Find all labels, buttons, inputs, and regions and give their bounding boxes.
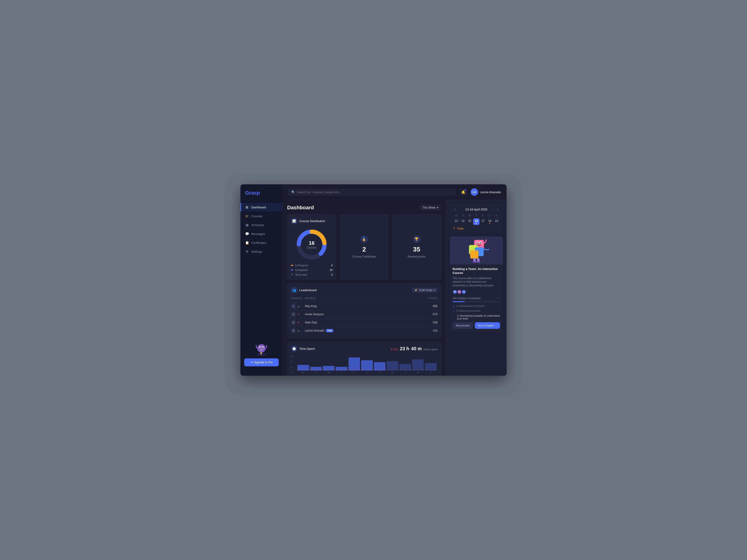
chapter-1-check-icon: ✓ (453, 305, 455, 308)
avg-line (291, 369, 437, 370)
svg-point-5 (262, 347, 263, 348)
date-num-15: 15 (468, 219, 471, 222)
time-title-row: 🕐 Time Spent (291, 345, 315, 352)
cert-icon-wrap: 🏅 (360, 235, 368, 243)
bar-label: T (315, 371, 317, 374)
sun-icon: ☀ (453, 227, 456, 230)
upgrade-button[interactable]: ✦ Upgrade to Pro (244, 358, 279, 366)
svg-point-4 (260, 347, 260, 348)
cal-day-s: S (486, 214, 493, 217)
leaderboard-group-selector[interactable]: ⚡ Code Kings ▾ (412, 288, 437, 293)
time-title: Time Spent (299, 347, 315, 350)
avatar-more: +6 (462, 290, 466, 294)
chapter-2-text: 2. Building your team (456, 310, 481, 312)
bar (412, 359, 424, 371)
mascot-svg (254, 340, 268, 356)
svg-point-15 (476, 242, 478, 244)
y-label-0: 0 (291, 371, 293, 374)
chapters-check-icon: ✓ (498, 297, 500, 300)
sidebar-bottom: ✦ Upgrade to Pro (240, 334, 282, 370)
donut-label: Courses (307, 246, 316, 249)
mascot-area (244, 338, 279, 356)
course-avatars: NY PC +6 (453, 290, 500, 294)
search-icon: 🔍 (291, 190, 295, 194)
sidebar-nav: ⊞ Dashboard 🎓 Courses ▦ Schedule 💬 Messa… (240, 203, 282, 334)
search-input[interactable] (297, 190, 453, 194)
sidebar-item-certificates[interactable]: 📋 Certificates (240, 238, 282, 247)
course-name: Building a Team: An interactive Course (453, 267, 500, 275)
goto-chapter-button[interactable]: Go to Chapter → (475, 322, 500, 329)
bar-group: M (387, 361, 398, 374)
member-col-header: MEMBER (305, 297, 419, 300)
completed-label: Completed (295, 269, 307, 271)
notification-button[interactable]: 🔔 (459, 188, 467, 196)
event-dot-18 (489, 223, 490, 224)
cal-date-13[interactable]: 13 (453, 218, 459, 225)
user-name: Leona Alvarado (480, 190, 501, 194)
reschedule-button[interactable]: Reschedule (453, 322, 473, 329)
bar-label: M (392, 371, 393, 374)
completed-dot (291, 269, 293, 270)
rank-3-badge: 3 (291, 320, 296, 325)
cal-date-16[interactable]: 16 (473, 218, 480, 225)
dashboard-header: Dashboard This Week ▾ (287, 205, 441, 211)
sidebar-item-courses[interactable]: 🎓 Courses (240, 212, 282, 220)
distribution-icon: 📊 (291, 218, 298, 224)
bar-label: W (417, 371, 419, 374)
week-selector[interactable]: This Week ▾ (420, 205, 441, 211)
notification-dot (465, 189, 466, 191)
date-num-18: 18 (488, 219, 491, 222)
cal-date-18[interactable]: 18 (487, 218, 493, 225)
bar-label: F (354, 371, 355, 374)
ranking-col-header: RANKING (291, 297, 305, 300)
cal-date-19[interactable]: 19 (493, 218, 499, 225)
sidebar-label-dashboard: Dashboard (251, 206, 266, 209)
calendar-dates: 13 14 15 16 17 (453, 218, 499, 225)
in-progress-value: 4 (331, 264, 333, 267)
cal-date-14[interactable]: 14 (460, 218, 466, 225)
sidebar-item-settings[interactable]: ⚙ Settings (240, 247, 282, 256)
rank-2-badge: 2 (291, 312, 296, 317)
time-change: ▾ 12% (391, 348, 398, 351)
bar-label: M (302, 371, 304, 374)
user-info[interactable]: LA Leona Alvarado (471, 188, 501, 196)
sidebar-item-schedule[interactable]: ▦ Schedule (240, 221, 282, 229)
in-progress-dot (291, 265, 293, 266)
bar-label: S (379, 371, 381, 374)
sidebar-item-dashboard[interactable]: ⊞ Dashboard (240, 203, 282, 211)
bar-group: T (425, 363, 437, 374)
top-right: 🔔 LA Leona Alvarado (459, 188, 501, 196)
legend-yet-to-start: Yet to start 2 (291, 273, 333, 276)
calendar-prev-button[interactable]: ‹ (453, 207, 457, 212)
progress-bar-fill (453, 301, 465, 302)
trend-down-2-icon: ▼ (298, 321, 300, 324)
chapter-1-text: 1. Introduction to Course (456, 304, 484, 307)
date-num-19: 19 (495, 219, 498, 222)
leaderboard-row-3: 3 ▼ Nate Diaz 539 (291, 318, 437, 326)
leaderboard-header: 👥 Leaderboard ⚡ Code Kings ▾ (291, 287, 437, 293)
member-3-name: Nate Diaz (305, 321, 317, 324)
time-spent-card: 🕐 Time Spent ▾ 12% 23 h 40 m Hours spent (287, 342, 441, 376)
rank-1-badge: 1 (291, 303, 296, 309)
certificates-card: 🏅 2 Course Certificates (340, 214, 389, 280)
group-icon: ⚡ (414, 289, 418, 292)
bar-group: S (361, 360, 373, 374)
cal-date-17[interactable]: 17 (480, 218, 486, 225)
dashboard-icon: ⊞ (245, 205, 249, 209)
calendar-next-button[interactable]: › (496, 207, 499, 212)
time-right: ▾ 12% 23 h 40 m Hours spent (391, 346, 437, 351)
y-label-4: 4 (291, 361, 293, 363)
today-dot (476, 223, 477, 224)
bar (361, 360, 373, 371)
bar (298, 365, 309, 371)
bar-group: W (412, 359, 424, 374)
calendar-days-header: M T W T F S S (453, 214, 499, 217)
content-area: Dashboard This Week ▾ 📊 Course Distribut… (282, 200, 507, 376)
y-axis: 10 4 2 0 (291, 355, 293, 374)
sidebar-item-messages[interactable]: 💬 Messages (240, 230, 282, 238)
chevron-down-icon: ▾ (434, 289, 435, 292)
dashboard-title: Dashboard (287, 205, 314, 211)
cal-date-15[interactable]: 15 (466, 218, 473, 225)
arrow-right-icon: → (495, 324, 497, 327)
today-label: ☀ Today (453, 227, 499, 230)
